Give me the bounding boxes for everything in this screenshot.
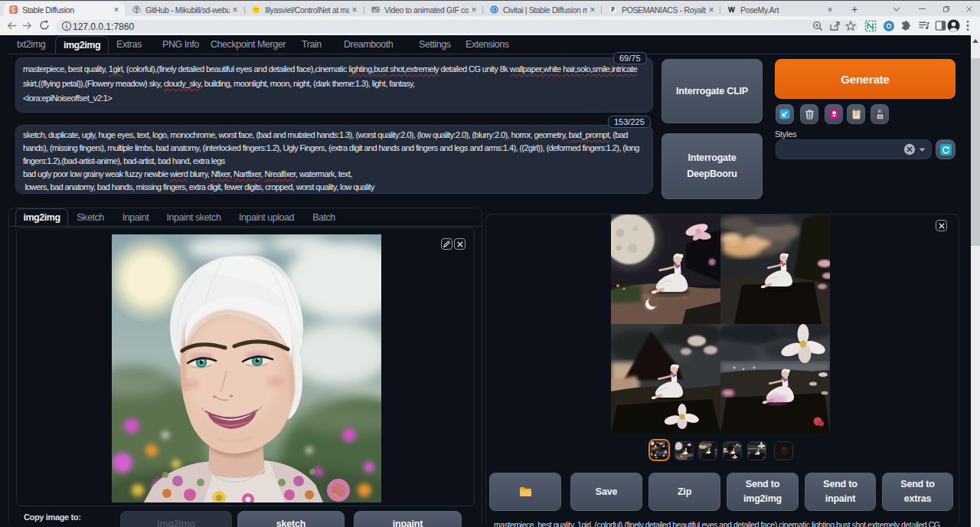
styles-dropdown[interactable]: [776, 139, 932, 159]
extension-blue-icon[interactable]: [883, 20, 895, 35]
tab-close-icon[interactable]: ×: [825, 5, 835, 15]
save-style-button[interactable]: [871, 104, 889, 124]
bookmark-star-icon[interactable]: [845, 21, 856, 34]
browser-tab-4[interactable]: Video to animated GIF converter×: [366, 2, 482, 17]
mode-tab-batch[interactable]: Batch: [306, 209, 341, 226]
tab-settings[interactable]: Settings: [411, 36, 459, 54]
tab-extensions[interactable]: Extensions: [458, 36, 517, 54]
tab-close-icon[interactable]: ×: [230, 5, 240, 15]
styles-label: Styles: [775, 129, 796, 139]
reload-button[interactable]: [37, 18, 52, 33]
save-button[interactable]: Save: [570, 473, 642, 511]
tab-title: Illyasviel/ControlNet at main: [265, 5, 349, 15]
browser-tab-7[interactable]: PoseMy.Art×: [722, 2, 838, 17]
profile-avatar[interactable]: [947, 19, 960, 35]
tab-train[interactable]: Train: [294, 36, 329, 54]
gallery-thumbnail[interactable]: [774, 441, 793, 460]
back-button[interactable]: [4, 18, 19, 33]
browser-tab-3[interactable]: Illyasviel/ControlNet at main×: [247, 2, 363, 17]
zoom-icon[interactable]: [812, 21, 823, 34]
tab-checkpoint-merger[interactable]: Checkpoint Merger: [203, 36, 293, 54]
tab-png-info[interactable]: PNG Info: [155, 36, 207, 54]
send-to-img2img-button[interactable]: Send to img2img: [727, 473, 799, 511]
tab-title: Video to animated GIF converter: [384, 5, 469, 15]
scrollbar-thumb[interactable]: [971, 58, 980, 246]
negative-prompt-textarea[interactable]: sketch, duplicate, ugly, huge eyes, text…: [15, 125, 653, 194]
tab-close-icon[interactable]: ×: [706, 5, 717, 15]
new-tab-button[interactable]: +: [847, 1, 862, 17]
refresh-icon: [940, 144, 952, 155]
mode-tab-sketch[interactable]: Sketch: [73, 209, 108, 226]
browser-tab-6[interactable]: PPOSEMANIACS - Royalty free 3×: [603, 2, 720, 17]
clear-styles-icon[interactable]: [903, 143, 916, 155]
forward-button[interactable]: [19, 18, 34, 33]
gallery-image-3[interactable]: [611, 324, 720, 434]
gallery-thumbnail[interactable]: [698, 441, 717, 460]
prompt-textarea[interactable]: masterpiece, best quality, 1girl, (color…: [15, 57, 653, 113]
gallery-thumbnail[interactable]: [723, 441, 742, 460]
browser-tab-1[interactable]: Stable Diffusion×: [4, 2, 125, 17]
gallery-thumbnail[interactable]: [675, 441, 694, 460]
copy-to-inpaint-button[interactable]: inpaint: [354, 511, 462, 527]
huggingface-favicon: [252, 5, 260, 14]
tab-search-chevron-icon[interactable]: [890, 1, 903, 17]
edit-image-button[interactable]: [441, 238, 452, 250]
interrogate-deepbooru-button[interactable]: Interrogate DeepBooru: [662, 133, 763, 199]
window-maximize-button[interactable]: [939, 1, 954, 17]
mode-tab-inpaint[interactable]: Inpaint: [116, 209, 155, 226]
send-to-inpaint-button[interactable]: Send to inpaint: [805, 473, 876, 511]
folder-icon: [519, 486, 532, 497]
site-info-icon[interactable]: [61, 21, 72, 34]
tab-close-icon[interactable]: ×: [587, 5, 598, 15]
extra-networks-button[interactable]: [825, 104, 843, 124]
generate-button[interactable]: Generate: [775, 59, 956, 99]
address-bar[interactable]: 127.0.0.1:7860: [56, 20, 858, 33]
tab-close-icon[interactable]: ×: [349, 5, 360, 15]
tab-img2img[interactable]: img2img: [55, 36, 109, 54]
interrogate-clip-button[interactable]: Interrogate CLIP: [662, 59, 763, 123]
tab-separator: [601, 6, 602, 14]
gallery-image-4[interactable]: [720, 324, 830, 434]
window-minimize-button[interactable]: [914, 1, 929, 17]
send-to-extras-button[interactable]: Send to extras: [882, 473, 953, 511]
open-folder-button[interactable]: [489, 473, 561, 511]
zip-button[interactable]: Zip: [648, 473, 720, 511]
tab-txt2img[interactable]: txt2img: [9, 36, 53, 54]
tab-close-icon[interactable]: ×: [469, 5, 479, 15]
paste-params-button[interactable]: [776, 104, 794, 124]
copy-to-img2img-button[interactable]: img2img: [120, 511, 232, 527]
mode-tab-inpaint-sketch[interactable]: Inpaint sketch: [162, 209, 226, 226]
close-gallery-button[interactable]: [936, 220, 947, 231]
video-gif-favicon: [371, 5, 380, 14]
window-close-button[interactable]: [962, 1, 977, 17]
browser-tab-2[interactable]: GitHub - Mikubill/sd-webui-con×: [127, 2, 243, 17]
scrollbar-up-arrow[interactable]: [971, 35, 980, 46]
share-icon[interactable]: [829, 21, 840, 34]
close-icon: [939, 223, 945, 229]
svg-text:P: P: [611, 6, 615, 13]
gallery-image-1[interactable]: [611, 214, 720, 324]
extension-noscript-icon[interactable]: [864, 20, 877, 35]
tab-title: Civitai | Stable Diffusion models: [503, 5, 587, 15]
apply-style-button[interactable]: [847, 104, 865, 124]
mode-tab-inpaint-upload[interactable]: Inpaint upload: [234, 209, 299, 226]
side-panel-icon[interactable]: [935, 20, 946, 34]
extensions-puzzle-icon[interactable]: [900, 20, 912, 34]
tab-extras[interactable]: Extras: [109, 36, 149, 54]
copy-to-sketch-button[interactable]: sketch: [237, 511, 345, 527]
tab-close-icon[interactable]: ×: [111, 5, 122, 15]
refresh-styles-button[interactable]: [936, 139, 956, 159]
gallery-thumbnail[interactable]: [747, 441, 766, 460]
input-image[interactable]: [112, 234, 381, 502]
tab-dreambooth[interactable]: Dreambooth: [336, 36, 400, 54]
clear-image-button[interactable]: [454, 238, 466, 250]
media-playlist-icon[interactable]: [918, 20, 930, 34]
gallery-image-2[interactable]: [720, 214, 830, 324]
browser-menu-icon[interactable]: [966, 20, 969, 34]
gallery-preview[interactable]: [611, 214, 830, 433]
clear-prompt-button[interactable]: [800, 104, 818, 124]
browser-tab-5[interactable]: Civitai | Stable Diffusion models×: [485, 2, 601, 17]
tab-title: Stable Diffusion: [22, 5, 111, 15]
gallery-thumbnail-selected[interactable]: [648, 439, 670, 461]
mode-tab-img2img[interactable]: img2img: [15, 208, 68, 226]
